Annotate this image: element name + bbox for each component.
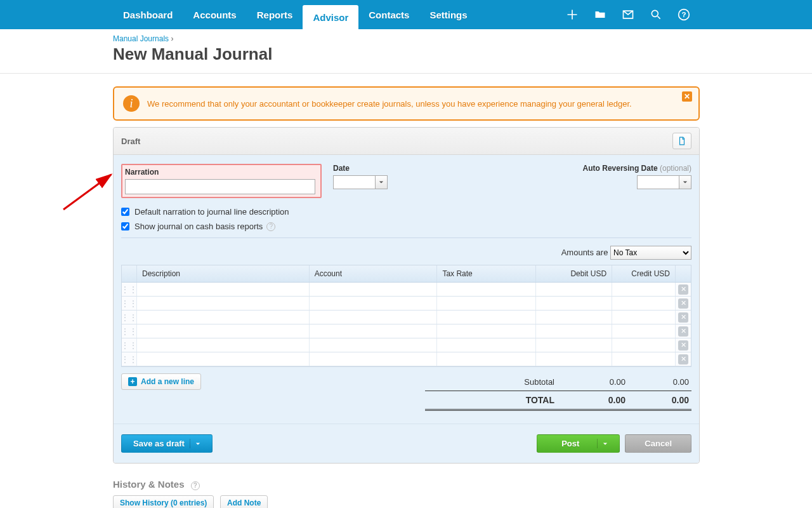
breadcrumb-link[interactable]: Manual Journals [113, 34, 169, 43]
drag-handle-icon[interactable]: ⋮⋮ [122, 311, 137, 324]
col-account: Account [310, 265, 438, 282]
drag-handle-icon[interactable]: ⋮⋮ [122, 324, 137, 338]
drag-handle-icon[interactable]: ⋮⋮ [122, 283, 137, 296]
nav-accounts[interactable]: Accounts [183, 0, 246, 29]
add-note-button[interactable]: Add Note [220, 495, 268, 509]
add-line-button[interactable]: + Add a new line [121, 373, 201, 390]
credit-cell[interactable] [612, 338, 676, 352]
nav-dashboard[interactable]: Dashboard [113, 0, 183, 29]
info-icon: i [123, 95, 140, 112]
date-input[interactable] [333, 175, 375, 189]
mail-icon[interactable] [614, 0, 642, 29]
tax-cell[interactable] [437, 324, 536, 338]
debit-cell[interactable] [536, 324, 612, 338]
description-cell[interactable] [137, 324, 310, 338]
document-icon-button[interactable] [672, 133, 691, 149]
debit-cell[interactable] [536, 283, 612, 296]
description-cell[interactable] [137, 338, 310, 352]
account-cell[interactable] [310, 352, 438, 366]
info-banner: i We recommend that only your accountant… [113, 86, 700, 121]
tax-cell[interactable] [437, 352, 536, 366]
subtotal-debit: 0.00 [562, 377, 625, 387]
help-icon[interactable]: ? [266, 222, 275, 231]
nav-reports[interactable]: Reports [247, 0, 303, 29]
search-icon[interactable] [642, 0, 670, 29]
date-label: Date [333, 164, 388, 173]
post-button[interactable]: Post [537, 434, 620, 453]
tax-cell[interactable] [437, 297, 536, 310]
description-cell[interactable] [137, 352, 310, 366]
post-dropdown-icon[interactable] [597, 439, 608, 448]
subtotal-credit: 0.00 [625, 377, 689, 387]
col-credit: Credit USD [612, 265, 676, 282]
reversing-date-label: Auto Reversing Date (optional) [583, 164, 691, 173]
account-cell[interactable] [310, 311, 438, 324]
save-draft-dropdown-icon[interactable] [190, 439, 200, 448]
reversing-date-input[interactable] [637, 175, 679, 189]
tax-cell[interactable] [437, 283, 536, 296]
delete-row-icon[interactable]: ✕ [678, 298, 688, 309]
save-draft-button[interactable]: Save as draft [121, 434, 213, 453]
account-cell[interactable] [310, 324, 438, 338]
tax-cell[interactable] [437, 311, 536, 324]
drag-handle-icon[interactable]: ⋮⋮ [122, 352, 137, 366]
plus-icon: + [128, 377, 137, 386]
debit-cell[interactable] [536, 352, 612, 366]
folder-icon[interactable] [586, 0, 614, 29]
drag-handle-icon[interactable]: ⋮⋮ [122, 338, 137, 352]
total-debit: 0.00 [562, 395, 625, 405]
description-cell[interactable] [137, 311, 310, 324]
table-row: ⋮⋮✕ [122, 297, 691, 311]
delete-row-icon[interactable]: ✕ [678, 354, 688, 364]
show-cash-checkbox-label[interactable]: Show journal on cash basis reports ? [121, 222, 691, 231]
col-tax: Tax Rate [437, 265, 536, 282]
table-row: ⋮⋮✕ [122, 311, 691, 324]
drag-handle-icon[interactable]: ⋮⋮ [122, 297, 137, 310]
plus-icon[interactable] [558, 0, 586, 29]
tax-cell[interactable] [437, 338, 536, 352]
narration-input[interactable] [125, 179, 315, 194]
delete-row-icon[interactable]: ✕ [678, 326, 688, 337]
credit-cell[interactable] [612, 311, 676, 324]
show-cash-checkbox[interactable] [121, 222, 129, 231]
table-row: ⋮⋮✕ [122, 338, 691, 352]
credit-cell[interactable] [612, 352, 676, 366]
default-narration-checkbox[interactable] [121, 208, 129, 216]
amounts-label: Amounts are [561, 248, 608, 257]
delete-row-icon[interactable]: ✕ [678, 312, 688, 323]
total-label: TOTAL [428, 395, 562, 405]
close-icon[interactable]: ✕ [682, 91, 692, 102]
account-cell[interactable] [310, 338, 438, 352]
debit-cell[interactable] [536, 338, 612, 352]
account-cell[interactable] [310, 283, 438, 296]
credit-cell[interactable] [612, 324, 676, 338]
debit-cell[interactable] [536, 297, 612, 310]
date-dropdown-icon[interactable] [375, 175, 388, 189]
amounts-select[interactable]: No Tax [610, 246, 691, 260]
svg-text:?: ? [681, 10, 686, 18]
narration-label: Narration [125, 168, 318, 177]
default-narration-checkbox-label[interactable]: Default narration to journal line descri… [121, 207, 691, 217]
debit-cell[interactable] [536, 311, 612, 324]
description-cell[interactable] [137, 297, 310, 310]
delete-row-icon[interactable]: ✕ [678, 284, 688, 295]
help-icon[interactable]: ? [670, 0, 698, 29]
reversing-dropdown-icon[interactable] [679, 175, 691, 189]
help-icon[interactable]: ? [191, 481, 200, 490]
history-title: History & Notes [113, 479, 185, 490]
journal-lines-grid: Description Account Tax Rate Debit USD C… [121, 265, 691, 367]
description-cell[interactable] [137, 283, 310, 296]
top-nav: Dashboard Accounts Reports Advisor Conta… [0, 0, 812, 29]
credit-cell[interactable] [612, 297, 676, 310]
cancel-button[interactable]: Cancel [625, 434, 691, 453]
nav-settings[interactable]: Settings [419, 0, 477, 29]
nav-contacts[interactable]: Contacts [358, 0, 419, 29]
credit-cell[interactable] [612, 283, 676, 296]
account-cell[interactable] [310, 297, 438, 310]
table-row: ⋮⋮✕ [122, 352, 691, 366]
show-history-button[interactable]: Show History (0 entries) [113, 495, 214, 509]
delete-row-icon[interactable]: ✕ [678, 340, 688, 351]
subtotal-label: Subtotal [428, 377, 562, 387]
annotation-arrow [57, 165, 121, 218]
nav-advisor[interactable]: Advisor [303, 5, 358, 29]
